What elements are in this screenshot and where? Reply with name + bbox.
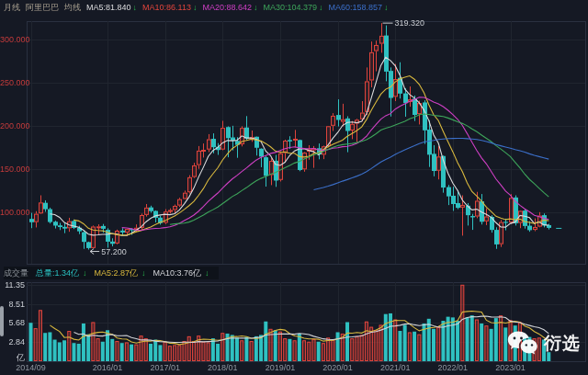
down-arrow-icon: ↓ xyxy=(83,268,87,278)
down-arrow-icon: ↓ xyxy=(384,3,389,12)
period-tab-monthly[interactable]: 月线 xyxy=(4,2,20,14)
ma30-readout: MA30:104.379 xyxy=(263,3,317,12)
watermark: 衍选 xyxy=(506,330,581,358)
ma5-readout: MA5:81.840 xyxy=(86,3,131,12)
ma-caption: 均线 xyxy=(64,2,81,14)
symbol-name: 阿里巴巴 xyxy=(26,2,59,14)
down-arrow-icon: ↓ xyxy=(193,3,198,12)
panel-drag-handle[interactable] xyxy=(0,306,4,336)
watermark-text: 衍选 xyxy=(544,332,581,356)
volume-caption[interactable]: 成交量 xyxy=(4,267,28,279)
down-arrow-icon: ↓ xyxy=(133,3,138,12)
ma10-readout: MA10:86.113 xyxy=(142,3,191,12)
kline-chart-canvas[interactable] xyxy=(0,0,588,375)
ma60-readout: MA60:158.857 xyxy=(329,3,383,12)
down-arrow-icon: ↓ xyxy=(319,3,323,12)
down-arrow-icon: ↓ xyxy=(254,3,258,12)
ma20-readout: MA20:88.642 xyxy=(202,3,252,12)
volume-ma10-readout: MA10:3.76亿 xyxy=(153,267,202,279)
stock-chart-app: 300.000250.000200.000150.000100.00011.35… xyxy=(0,0,588,375)
wechat-logo-icon xyxy=(506,330,539,358)
price-panel-header: 月线 阿里巴巴 均线 MA5:81.840↓ MA10:86.113↓ MA20… xyxy=(4,1,389,14)
down-arrow-icon: ↓ xyxy=(141,268,146,278)
volume-total-readout: 总量:1.34亿 xyxy=(36,267,79,279)
volume-ma5-readout: MA5:2.87亿 xyxy=(95,267,139,279)
volume-panel-header: 成交量 总量:1.34亿↓ MA5:2.87亿↓ MA10:3.76亿↓ xyxy=(4,267,219,279)
down-arrow-icon: ↓ xyxy=(205,268,209,278)
